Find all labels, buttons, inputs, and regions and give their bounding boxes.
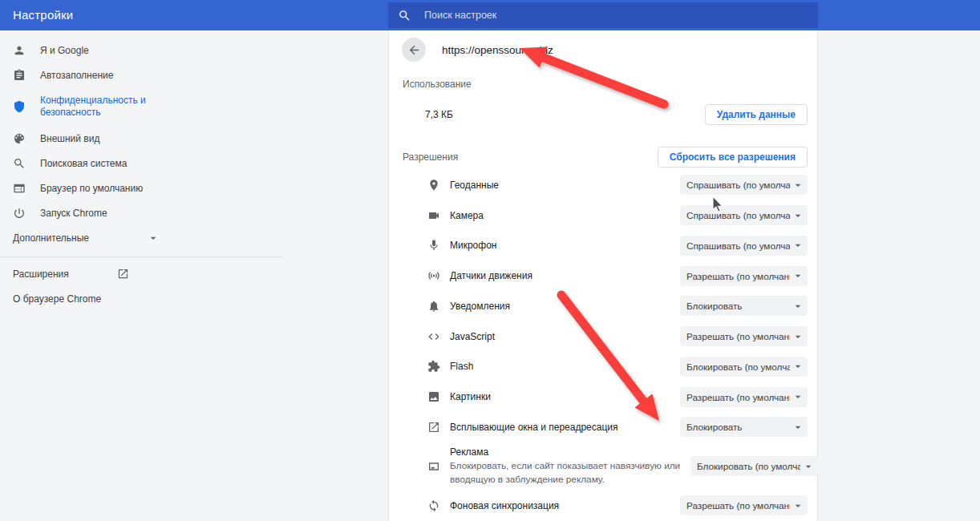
sidebar-item-label: Конфиденциальность и безопасность	[40, 95, 180, 119]
reset-permissions-button[interactable]: Сбросить все разрешения	[658, 147, 808, 168]
usage-section-label: Использование	[403, 79, 472, 90]
permission-label: Flash	[450, 360, 473, 373]
person-icon	[13, 44, 26, 57]
puzzle-icon	[427, 360, 440, 373]
permission-row-image: Картинки Разрешать (по умолчанию)	[389, 382, 817, 412]
chevron-down-icon	[147, 232, 160, 244]
permission-value: Блокировать	[686, 301, 742, 311]
back-button[interactable]	[402, 38, 426, 62]
permission-value-dropdown[interactable]: Блокировать	[680, 296, 808, 316]
code-icon	[427, 330, 440, 343]
permission-label: Камера	[450, 209, 484, 222]
permission-label: Реклама	[450, 446, 690, 458]
sidebar-item-shield[interactable]: Конфиденциальность и безопасность	[0, 87, 284, 126]
sidebar-advanced-label: Дополнительные	[13, 232, 89, 244]
page-title: Настройки	[13, 0, 73, 30]
sidebar-item-clipboard[interactable]: Автозаполнение	[0, 63, 284, 87]
sensors-icon	[427, 269, 440, 282]
dropdown-arrow-icon	[792, 360, 804, 373]
sidebar-item-palette[interactable]: Внешний вид	[0, 126, 284, 151]
permission-value-dropdown[interactable]: Блокировать	[680, 417, 808, 437]
permission-label: Микрофон	[450, 239, 496, 252]
site-header: https://openssource.biz	[402, 38, 553, 62]
permission-value: Спрашивать (по умолчанию)	[686, 240, 790, 251]
bell-icon	[427, 300, 440, 313]
permission-value-dropdown[interactable]: Блокировать (по умолчанию)	[680, 357, 808, 377]
dropdown-arrow-icon	[792, 330, 804, 343]
ads-icon	[427, 460, 440, 473]
permission-row-sync: Фоновая синхронизация Разрешать (по умол…	[389, 491, 817, 521]
permission-value-dropdown[interactable]: Разрешать (по умолчанию)	[680, 266, 808, 286]
permission-label: Фоновая синхронизация	[450, 499, 559, 512]
sync-icon	[427, 499, 440, 512]
power-icon	[13, 207, 26, 220]
permission-row-location: Геоданные Спрашивать (по умолчанию)	[389, 170, 817, 200]
dropdown-arrow-icon	[792, 421, 804, 434]
permission-row-code: JavaScript Разрешать (по умолчанию)	[389, 321, 817, 352]
permission-value-dropdown[interactable]: Разрешать (по умолчанию)	[680, 326, 808, 346]
sidebar-item-extensions[interactable]: Расширения	[0, 261, 284, 286]
permission-label: Уведомления	[450, 300, 510, 313]
sidebar-item-person[interactable]: Я и Google	[0, 38, 284, 63]
usage-row: 7,3 КБ Удалить данные	[425, 104, 808, 125]
palette-icon	[13, 132, 26, 145]
permission-value: Блокировать (по умолчанию)	[686, 361, 790, 372]
dropdown-arrow-icon	[792, 300, 804, 313]
app-header: Настройки Поиск настроек	[0, 0, 980, 30]
external-link-icon	[117, 268, 129, 280]
sidebar-advanced-toggle[interactable]: Дополнительные	[0, 225, 284, 250]
permission-row-microphone: Микрофон Спрашивать (по умолчанию)	[389, 231, 817, 261]
search-icon	[398, 9, 411, 22]
permission-value: Разрешать (по умолчанию)	[686, 271, 790, 281]
permission-value: Блокировать	[686, 422, 742, 432]
permission-value-dropdown[interactable]: Спрашивать (по умолчанию)	[680, 236, 808, 256]
back-arrow-icon	[407, 43, 421, 57]
clear-data-button[interactable]: Удалить данные	[705, 104, 808, 125]
microphone-icon	[427, 239, 440, 252]
permission-value: Разрешать (по умолчанию)	[686, 500, 790, 511]
permission-value: Разрешать (по умолчанию)	[686, 392, 790, 402]
location-icon	[427, 179, 440, 192]
permission-value-dropdown[interactable]: Разрешать (по умолчанию)	[680, 387, 808, 407]
sidebar-item-label: Я и Google	[40, 45, 89, 56]
sidebar-item-search-small[interactable]: Поисковая система	[0, 151, 284, 176]
dropdown-arrow-icon	[792, 179, 804, 192]
permission-row-bell: Уведомления Блокировать	[389, 291, 817, 321]
dropdown-arrow-icon	[792, 239, 804, 252]
sidebar-item-about-chrome[interactable]: О браузере Chrome	[0, 286, 284, 311]
permission-value: Спрашивать (по умолчанию)	[686, 180, 790, 190]
permission-value-dropdown[interactable]: Спрашивать (по умолчанию)	[680, 175, 808, 195]
sidebar-item-label: Автозаполнение	[40, 70, 113, 81]
permission-value-dropdown[interactable]: Разрешать (по умолчанию)	[680, 495, 808, 515]
permissions-list: Геоданные Спрашивать (по умолчанию) Каме…	[389, 170, 817, 521]
permission-value-dropdown[interactable]: Блокировать (по умолчанию)	[690, 456, 818, 476]
search-input[interactable]: Поиск настроек	[388, 2, 818, 28]
permission-value: Разрешать (по умолчанию)	[686, 331, 790, 341]
dropdown-arrow-icon	[792, 499, 804, 512]
permission-row-puzzle: Flash Блокировать (по умолчанию)	[389, 352, 817, 382]
permission-label: Всплывающие окна и переадресация	[450, 421, 618, 434]
dropdown-arrow-icon	[792, 209, 804, 222]
clipboard-icon	[13, 69, 26, 82]
permission-value: Спрашивать (по умолчанию)	[686, 210, 790, 220]
permission-row-sensors: Датчики движения Разрешать (по умолчанию…	[389, 260, 817, 291]
permissions-header: Разрешения Сбросить все разрешения	[403, 147, 808, 168]
camera-icon	[427, 209, 440, 222]
sidebar-item-browser[interactable]: Браузер по умолчанию	[0, 176, 284, 200]
site-url: https://openssource.biz	[442, 44, 553, 56]
sidebar-item-power[interactable]: Запуск Chrome	[0, 200, 284, 225]
permission-row-camera: Камера Спрашивать (по умолчанию)	[389, 200, 817, 231]
site-details-card: https://openssource.biz Использование 7,…	[388, 30, 818, 521]
sidebar-item-label: Запуск Chrome	[40, 208, 107, 219]
sidebar-item-label: Браузер по умолчанию	[40, 183, 143, 194]
permission-value-dropdown[interactable]: Спрашивать (по умолчанию)	[680, 205, 808, 225]
permission-row-popup-redirect: Всплывающие окна и переадресация Блокиро…	[389, 412, 817, 442]
permissions-section-label: Разрешения	[403, 151, 458, 163]
sidebar-item-label: Внешний вид	[40, 133, 99, 144]
usage-size: 7,3 КБ	[425, 109, 453, 120]
permission-value: Блокировать (по умолчанию)	[697, 461, 800, 471]
sidebar-extensions-label: Расширения	[13, 269, 69, 280]
permission-label: Геоданные	[450, 179, 499, 192]
sidebar-item-label: Поисковая система	[40, 158, 127, 169]
dropdown-arrow-icon	[792, 390, 804, 403]
